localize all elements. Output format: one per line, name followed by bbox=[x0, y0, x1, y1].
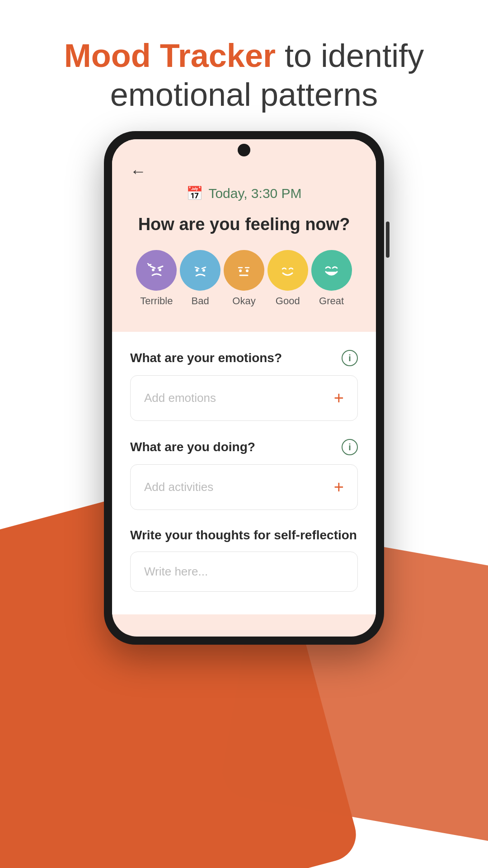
svg-point-15 bbox=[239, 269, 242, 272]
thoughts-title: Write your thoughts for self-reflection bbox=[130, 528, 357, 542]
mood-row: Terrible bbox=[130, 250, 358, 316]
mood-label-okay: Okay bbox=[232, 295, 255, 307]
mood-item-great[interactable]: Great bbox=[311, 250, 352, 307]
mood-circle-great bbox=[311, 250, 352, 291]
thoughts-placeholder: Write here... bbox=[144, 565, 208, 578]
mood-circle-terrible bbox=[136, 250, 177, 291]
svg-point-0 bbox=[144, 258, 169, 283]
svg-point-11 bbox=[202, 269, 205, 272]
mood-item-bad[interactable]: Bad bbox=[180, 250, 221, 307]
mood-label-good: Good bbox=[276, 295, 300, 307]
header-title: Mood Tracker to identify emotional patte… bbox=[0, 36, 488, 114]
mood-item-good[interactable]: Good bbox=[267, 250, 308, 307]
header-title-highlight: Mood Tracker bbox=[64, 38, 276, 74]
activities-input-field[interactable]: Add activities + bbox=[130, 464, 358, 510]
back-button[interactable]: ← bbox=[130, 162, 146, 181]
feeling-question: How are you feeling now? bbox=[130, 215, 358, 234]
phone-screen: ← 📅 Today, 3:30 PM How are you feeling n… bbox=[112, 139, 376, 637]
mood-circle-good bbox=[267, 250, 308, 291]
mood-circle-okay bbox=[224, 250, 264, 291]
phone-side-button bbox=[386, 222, 389, 258]
thoughts-input-field[interactable]: Write here... bbox=[130, 552, 358, 592]
activities-placeholder: Add activities bbox=[144, 480, 213, 494]
screen-top-section: ← 📅 Today, 3:30 PM How are you feeling n… bbox=[112, 139, 376, 332]
svg-point-18 bbox=[275, 258, 300, 283]
activities-info-icon[interactable]: i bbox=[342, 439, 358, 455]
svg-point-7 bbox=[188, 258, 213, 283]
emotions-info-icon[interactable]: i bbox=[342, 350, 358, 366]
header-title-rest: to identify bbox=[276, 38, 424, 74]
activities-section-header: What are you doing? i bbox=[130, 439, 358, 455]
mood-label-great: Great bbox=[319, 295, 344, 307]
mood-circle-bad bbox=[180, 250, 221, 291]
emotions-placeholder: Add emotions bbox=[144, 391, 216, 405]
mood-label-terrible: Terrible bbox=[140, 295, 173, 307]
mood-item-terrible[interactable]: Terrible bbox=[136, 250, 177, 307]
emotions-title: What are your emotions? bbox=[130, 351, 282, 365]
phone-notch bbox=[238, 144, 250, 156]
svg-point-10 bbox=[196, 269, 198, 272]
thoughts-section: Write your thoughts for self-reflection … bbox=[130, 528, 358, 592]
svg-point-12 bbox=[231, 258, 256, 283]
mood-item-okay[interactable]: Okay bbox=[224, 250, 264, 307]
date-row: 📅 Today, 3:30 PM bbox=[130, 185, 358, 201]
thoughts-section-header: Write your thoughts for self-reflection bbox=[130, 528, 358, 542]
activities-plus-icon[interactable]: + bbox=[334, 477, 344, 497]
svg-point-4 bbox=[159, 269, 161, 271]
svg-point-19 bbox=[319, 258, 344, 283]
date-text: Today, 3:30 PM bbox=[208, 186, 301, 201]
phone-mockup: ← 📅 Today, 3:30 PM How are you feeling n… bbox=[104, 131, 384, 645]
svg-point-3 bbox=[152, 269, 155, 271]
phone-frame: ← 📅 Today, 3:30 PM How are you feeling n… bbox=[104, 131, 384, 645]
mood-label-bad: Bad bbox=[192, 295, 209, 307]
header-title-line2: emotional patterns bbox=[110, 76, 378, 113]
screen-bottom-section: What are your emotions? i Add emotions +… bbox=[112, 332, 376, 614]
emotions-section-header: What are your emotions? i bbox=[130, 350, 358, 366]
emotions-plus-icon[interactable]: + bbox=[334, 388, 344, 408]
emotions-input-field[interactable]: Add emotions + bbox=[130, 375, 358, 421]
calendar-icon: 📅 bbox=[186, 185, 203, 201]
svg-point-16 bbox=[246, 269, 249, 272]
activities-title: What are you doing? bbox=[130, 440, 255, 454]
header-area: Mood Tracker to identify emotional patte… bbox=[0, 0, 488, 142]
